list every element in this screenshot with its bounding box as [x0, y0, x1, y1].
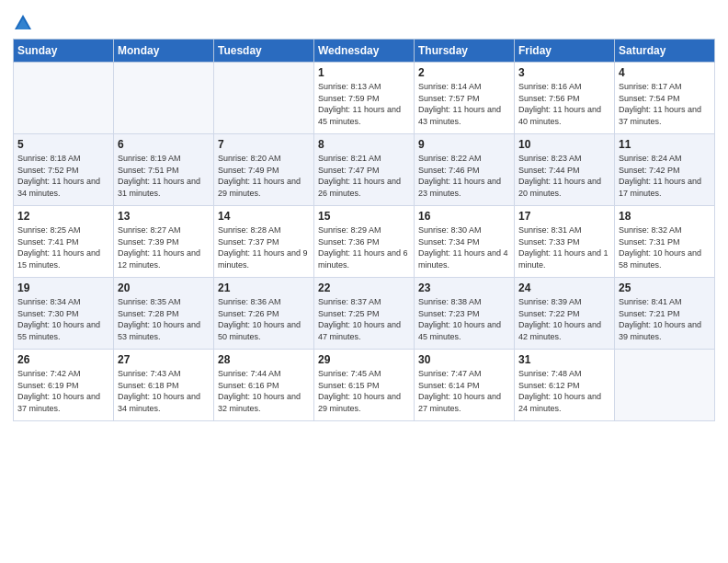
- day-number: 31: [518, 353, 610, 366]
- day-number: 1: [318, 66, 410, 79]
- day-number: 20: [118, 282, 210, 294]
- day-info: Sunrise: 8:24 AM Sunset: 7:42 PM Dayligh…: [619, 153, 711, 199]
- day-cell: 27Sunrise: 7:43 AM Sunset: 6:18 PM Dayli…: [114, 350, 214, 421]
- day-cell: 11Sunrise: 8:24 AM Sunset: 7:42 PM Dayli…: [615, 134, 715, 206]
- day-info: Sunrise: 7:47 AM Sunset: 6:14 PM Dayligh…: [418, 368, 510, 414]
- week-row-4: 26Sunrise: 7:42 AM Sunset: 6:19 PM Dayli…: [14, 350, 715, 421]
- logo: [13, 13, 37, 33]
- day-cell: 3Sunrise: 8:16 AM Sunset: 7:56 PM Daylig…: [515, 63, 615, 134]
- day-cell: 18Sunrise: 8:32 AM Sunset: 7:31 PM Dayli…: [615, 206, 715, 278]
- col-header-monday: Monday: [114, 40, 214, 63]
- col-header-thursday: Thursday: [415, 40, 515, 63]
- week-row-0: 1Sunrise: 8:13 AM Sunset: 7:59 PM Daylig…: [14, 63, 715, 134]
- day-number: 11: [619, 138, 711, 151]
- day-cell: 13Sunrise: 8:27 AM Sunset: 7:39 PM Dayli…: [114, 206, 214, 278]
- day-number: 26: [17, 353, 109, 366]
- day-cell: 15Sunrise: 8:29 AM Sunset: 7:36 PM Dayli…: [314, 206, 415, 278]
- day-number: 4: [619, 66, 711, 79]
- day-cell: 25Sunrise: 8:41 AM Sunset: 7:21 PM Dayli…: [615, 278, 715, 350]
- day-cell: 1Sunrise: 8:13 AM Sunset: 7:59 PM Daylig…: [314, 63, 415, 134]
- day-number: 21: [218, 282, 310, 294]
- header: [13, 9, 715, 33]
- logo-icon: [13, 13, 33, 33]
- day-number: 28: [218, 353, 310, 366]
- day-info: Sunrise: 8:36 AM Sunset: 7:26 PM Dayligh…: [218, 296, 310, 342]
- day-cell: 12Sunrise: 8:25 AM Sunset: 7:41 PM Dayli…: [14, 206, 114, 278]
- day-cell: [14, 63, 114, 134]
- day-number: 13: [118, 210, 210, 223]
- day-info: Sunrise: 7:44 AM Sunset: 6:16 PM Dayligh…: [218, 368, 310, 414]
- day-cell: 16Sunrise: 8:30 AM Sunset: 7:34 PM Dayli…: [415, 206, 515, 278]
- day-info: Sunrise: 8:41 AM Sunset: 7:21 PM Dayligh…: [619, 296, 711, 342]
- day-info: Sunrise: 7:45 AM Sunset: 6:15 PM Dayligh…: [318, 368, 410, 414]
- day-cell: 20Sunrise: 8:35 AM Sunset: 7:28 PM Dayli…: [114, 278, 214, 350]
- day-info: Sunrise: 8:17 AM Sunset: 7:54 PM Dayligh…: [619, 81, 711, 127]
- day-info: Sunrise: 8:14 AM Sunset: 7:57 PM Dayligh…: [418, 81, 510, 127]
- day-cell: 26Sunrise: 7:42 AM Sunset: 6:19 PM Dayli…: [14, 350, 114, 421]
- day-info: Sunrise: 8:28 AM Sunset: 7:37 PM Dayligh…: [218, 224, 310, 270]
- day-number: 9: [418, 138, 510, 151]
- day-number: 3: [518, 66, 610, 79]
- day-info: Sunrise: 7:48 AM Sunset: 6:12 PM Dayligh…: [518, 368, 610, 414]
- day-number: 2: [418, 66, 510, 79]
- day-cell: 5Sunrise: 8:18 AM Sunset: 7:52 PM Daylig…: [14, 134, 114, 206]
- day-cell: 30Sunrise: 7:47 AM Sunset: 6:14 PM Dayli…: [415, 350, 515, 421]
- day-number: 19: [17, 282, 109, 294]
- day-info: Sunrise: 8:30 AM Sunset: 7:34 PM Dayligh…: [418, 224, 510, 270]
- day-cell: [214, 63, 314, 134]
- day-info: Sunrise: 8:37 AM Sunset: 7:25 PM Dayligh…: [318, 296, 410, 342]
- day-info: Sunrise: 8:27 AM Sunset: 7:39 PM Dayligh…: [118, 224, 210, 270]
- day-info: Sunrise: 7:43 AM Sunset: 6:18 PM Dayligh…: [118, 368, 210, 414]
- day-number: 25: [619, 282, 711, 294]
- day-cell: 14Sunrise: 8:28 AM Sunset: 7:37 PM Dayli…: [214, 206, 314, 278]
- col-header-tuesday: Tuesday: [214, 40, 314, 63]
- day-number: 16: [418, 210, 510, 223]
- day-info: Sunrise: 8:38 AM Sunset: 7:23 PM Dayligh…: [418, 296, 510, 342]
- day-info: Sunrise: 8:18 AM Sunset: 7:52 PM Dayligh…: [17, 153, 109, 199]
- day-number: 23: [418, 282, 510, 294]
- day-number: 6: [118, 138, 210, 151]
- day-info: Sunrise: 8:13 AM Sunset: 7:59 PM Dayligh…: [318, 81, 410, 127]
- day-cell: 8Sunrise: 8:21 AM Sunset: 7:47 PM Daylig…: [314, 134, 415, 206]
- day-number: 14: [218, 210, 310, 223]
- day-cell: 2Sunrise: 8:14 AM Sunset: 7:57 PM Daylig…: [415, 63, 515, 134]
- day-cell: 19Sunrise: 8:34 AM Sunset: 7:30 PM Dayli…: [14, 278, 114, 350]
- week-row-3: 19Sunrise: 8:34 AM Sunset: 7:30 PM Dayli…: [14, 278, 715, 350]
- day-number: 24: [518, 282, 610, 294]
- day-info: Sunrise: 8:23 AM Sunset: 7:44 PM Dayligh…: [518, 153, 610, 199]
- day-cell: 21Sunrise: 8:36 AM Sunset: 7:26 PM Dayli…: [214, 278, 314, 350]
- day-cell: 22Sunrise: 8:37 AM Sunset: 7:25 PM Dayli…: [314, 278, 415, 350]
- day-info: Sunrise: 7:42 AM Sunset: 6:19 PM Dayligh…: [17, 368, 109, 414]
- day-info: Sunrise: 8:29 AM Sunset: 7:36 PM Dayligh…: [318, 224, 410, 270]
- day-cell: 28Sunrise: 7:44 AM Sunset: 6:16 PM Dayli…: [214, 350, 314, 421]
- day-number: 8: [318, 138, 410, 151]
- day-number: 5: [17, 138, 109, 151]
- day-cell: 6Sunrise: 8:19 AM Sunset: 7:51 PM Daylig…: [114, 134, 214, 206]
- week-row-2: 12Sunrise: 8:25 AM Sunset: 7:41 PM Dayli…: [14, 206, 715, 278]
- day-info: Sunrise: 8:32 AM Sunset: 7:31 PM Dayligh…: [619, 224, 711, 270]
- day-info: Sunrise: 8:16 AM Sunset: 7:56 PM Dayligh…: [518, 81, 610, 127]
- day-cell: 4Sunrise: 8:17 AM Sunset: 7:54 PM Daylig…: [615, 63, 715, 134]
- col-header-sunday: Sunday: [14, 40, 114, 63]
- day-cell: 29Sunrise: 7:45 AM Sunset: 6:15 PM Dayli…: [314, 350, 415, 421]
- day-info: Sunrise: 8:19 AM Sunset: 7:51 PM Dayligh…: [118, 153, 210, 199]
- day-number: 17: [518, 210, 610, 223]
- col-header-saturday: Saturday: [615, 40, 715, 63]
- header-row: SundayMondayTuesdayWednesdayThursdayFrid…: [14, 40, 715, 63]
- day-cell: 10Sunrise: 8:23 AM Sunset: 7:44 PM Dayli…: [515, 134, 615, 206]
- day-number: 15: [318, 210, 410, 223]
- calendar-header: SundayMondayTuesdayWednesdayThursdayFrid…: [14, 40, 715, 63]
- day-info: Sunrise: 8:25 AM Sunset: 7:41 PM Dayligh…: [17, 224, 109, 270]
- day-cell: 17Sunrise: 8:31 AM Sunset: 7:33 PM Dayli…: [515, 206, 615, 278]
- day-info: Sunrise: 8:22 AM Sunset: 7:46 PM Dayligh…: [418, 153, 510, 199]
- day-info: Sunrise: 8:21 AM Sunset: 7:47 PM Dayligh…: [318, 153, 410, 199]
- calendar-body: 1Sunrise: 8:13 AM Sunset: 7:59 PM Daylig…: [14, 63, 715, 421]
- day-number: 7: [218, 138, 310, 151]
- col-header-friday: Friday: [515, 40, 615, 63]
- day-number: 18: [619, 210, 711, 223]
- day-number: 12: [17, 210, 109, 223]
- calendar: SundayMondayTuesdayWednesdayThursdayFrid…: [13, 39, 715, 421]
- day-info: Sunrise: 8:39 AM Sunset: 7:22 PM Dayligh…: [518, 296, 610, 342]
- day-cell: 7Sunrise: 8:20 AM Sunset: 7:49 PM Daylig…: [214, 134, 314, 206]
- day-cell: 23Sunrise: 8:38 AM Sunset: 7:23 PM Dayli…: [415, 278, 515, 350]
